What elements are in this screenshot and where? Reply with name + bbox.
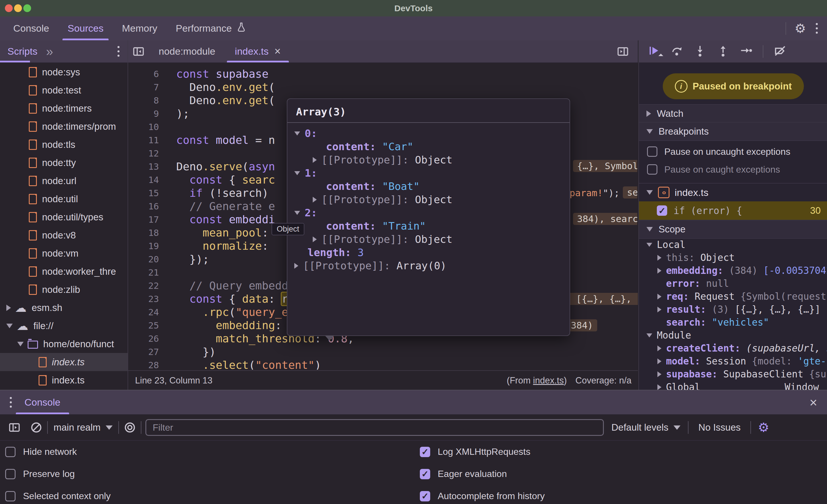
chevron-collapsed-icon[interactable]	[658, 384, 662, 390]
tree-item-index-ts[interactable]: index.ts	[0, 371, 128, 389]
section-breakpoints[interactable]: Breakpoints	[639, 122, 827, 141]
tree-item-node-url[interactable]: node:url	[0, 172, 128, 190]
popup-row-content[interactable]: content: "Boat"	[287, 180, 570, 193]
breakpoint-entry[interactable]: ✓ if (error) { 30	[639, 202, 827, 220]
more-options-icon[interactable]	[815, 22, 819, 35]
line-number[interactable]: 14	[128, 173, 159, 186]
step-over-icon[interactable]	[671, 45, 683, 58]
editor-tab-node:module[interactable]: node:module	[149, 40, 225, 62]
tree-item-node-zlib[interactable]: node:zlib	[0, 280, 128, 298]
checkbox[interactable]: ✓	[420, 491, 430, 501]
code-line-7[interactable]: 7 Deno.env.get(	[128, 80, 638, 94]
filter-input[interactable]	[145, 419, 604, 436]
breakpoint-checkbox[interactable]: ✓	[657, 206, 667, 216]
tree-item-node-tty[interactable]: node:tty	[0, 154, 128, 172]
line-number[interactable]: 23	[128, 292, 159, 305]
line-number[interactable]: 28	[128, 358, 159, 370]
scope-var-req[interactable]: req: Request {Symbol(request	[639, 290, 827, 303]
scope-var-global[interactable]: GlobalWindow	[639, 381, 827, 390]
tab-console[interactable]: Console	[4, 16, 58, 40]
deactivate-breakpoints-icon[interactable]	[774, 45, 786, 58]
scope-var-result[interactable]: result: (3) [{…}, {…}, {…}]	[639, 303, 827, 316]
tree-item-node-v8[interactable]: node:v8	[0, 226, 128, 244]
line-number[interactable]: 26	[128, 332, 159, 345]
scope-var-createclient[interactable]: createClient: (supabaseUrl, s	[639, 342, 827, 355]
sidebar-more-options-icon[interactable]	[116, 45, 120, 58]
line-number[interactable]: 21	[128, 266, 159, 279]
step-out-icon[interactable]	[717, 45, 729, 58]
scope-var-search[interactable]: search: "vehicles"	[639, 316, 827, 329]
close-window-button[interactable]	[5, 4, 13, 12]
scope-var-embedding[interactable]: embedding: (384) [-0.00537042	[639, 264, 827, 277]
popup-row--Prototype-[interactable]: [[Prototype]]: Object	[287, 153, 570, 167]
section-watch[interactable]: Watch	[639, 104, 827, 123]
toggle-navigator-panel-icon[interactable]	[128, 45, 149, 58]
popup-row-length[interactable]: length: 3	[287, 246, 570, 259]
line-number[interactable]: 9	[128, 107, 159, 120]
tree-item-file-[interactable]: ☁file://	[0, 317, 128, 335]
console-option-hide-network[interactable]: Hide network	[5, 441, 77, 463]
line-number[interactable]: 16	[128, 200, 159, 213]
checkbox[interactable]	[5, 447, 15, 457]
line-number[interactable]: 18	[128, 226, 159, 239]
chevron-collapsed-icon[interactable]	[658, 306, 662, 313]
scope-section-local[interactable]: Local	[639, 238, 827, 251]
checkbox[interactable]	[5, 469, 15, 479]
more-tabs-chevron-icon[interactable]: »	[46, 44, 52, 59]
tree-item-node-timers[interactable]: node:timers	[0, 99, 128, 117]
chevron-collapsed-icon[interactable]	[658, 372, 662, 377]
line-number[interactable]: 7	[128, 80, 159, 94]
checkbox[interactable]	[5, 491, 15, 501]
line-number[interactable]: 17	[128, 213, 159, 226]
console-option-preserve-log[interactable]: Preserve log	[5, 463, 75, 485]
tree-item-node-sys[interactable]: node:sys	[0, 63, 128, 81]
tree-item-node-test[interactable]: node:test	[0, 81, 128, 99]
tree-item-node-worker-thre[interactable]: node:worker_thre	[0, 262, 128, 280]
source-file-link[interactable]: index.ts	[533, 376, 564, 386]
checkbox[interactable]	[647, 147, 658, 157]
line-number[interactable]: 22	[128, 279, 159, 292]
settings-gear-icon[interactable]: ⚙	[795, 22, 806, 35]
tab-sources[interactable]: Sources	[58, 16, 113, 40]
chevron-expanded-icon[interactable]	[6, 324, 13, 328]
chevron-collapsed-icon[interactable]	[658, 294, 662, 299]
checkbox[interactable]	[647, 164, 658, 175]
chevron-expanded-icon[interactable]	[294, 131, 300, 135]
live-expression-eye-icon[interactable]	[119, 421, 141, 434]
code-line-6[interactable]: 6const supabase	[128, 67, 638, 80]
scope-var-supabase[interactable]: supabase: SupabaseClient {su	[639, 368, 827, 381]
tab-memory[interactable]: Memory	[112, 16, 166, 40]
code-line-28[interactable]: 28 .select("content")	[128, 358, 638, 370]
line-number[interactable]: 12	[128, 147, 159, 160]
scope-var-error[interactable]: error: null	[639, 277, 827, 290]
log-levels-selector[interactable]: Default levels	[604, 422, 688, 433]
chevron-collapsed-icon[interactable]	[658, 268, 662, 274]
tree-item-node-util-types[interactable]: node:util/types	[0, 208, 128, 226]
popup-row-content[interactable]: content: "Train"	[287, 220, 570, 233]
close-drawer-icon[interactable]: ×	[810, 396, 817, 409]
chevron-expanded-icon[interactable]	[294, 171, 300, 175]
line-number[interactable]: 19	[128, 239, 159, 253]
chevron-expanded-icon[interactable]	[17, 342, 23, 346]
line-number[interactable]: 8	[128, 94, 159, 107]
popup-row-content[interactable]: content: "Car"	[287, 140, 570, 153]
line-number[interactable]: 15	[128, 186, 159, 200]
tab-performance[interactable]: Performance	[166, 16, 256, 40]
bp-option-0[interactable]: Pause on uncaught exceptions	[639, 143, 827, 161]
tree-item-node-timers-prom[interactable]: node:timers/prom	[0, 117, 128, 135]
checkbox[interactable]: ✓	[420, 469, 430, 479]
line-number[interactable]: 27	[128, 345, 159, 358]
popup-row-1[interactable]: 1:	[287, 167, 570, 180]
context-selector[interactable]: main realm	[48, 422, 118, 433]
line-number[interactable]: 11	[128, 133, 159, 147]
step-icon[interactable]	[740, 45, 752, 58]
resume-script-icon[interactable]	[648, 45, 660, 58]
chevron-collapsed-icon[interactable]	[6, 304, 11, 311]
breakpoint-file-group[interactable]: ‹› index.ts	[639, 183, 827, 202]
popup-row-0[interactable]: 0:	[287, 127, 570, 140]
zoom-window-button[interactable]	[23, 4, 31, 12]
console-option-selected-context-only[interactable]: Selected context only	[5, 485, 110, 504]
console-option-autocomplete-from-history[interactable]: ✓Autocomplete from history	[420, 485, 545, 504]
chevron-expanded-icon[interactable]	[646, 243, 652, 247]
tree-item-node-vm[interactable]: node:vm	[0, 244, 128, 262]
